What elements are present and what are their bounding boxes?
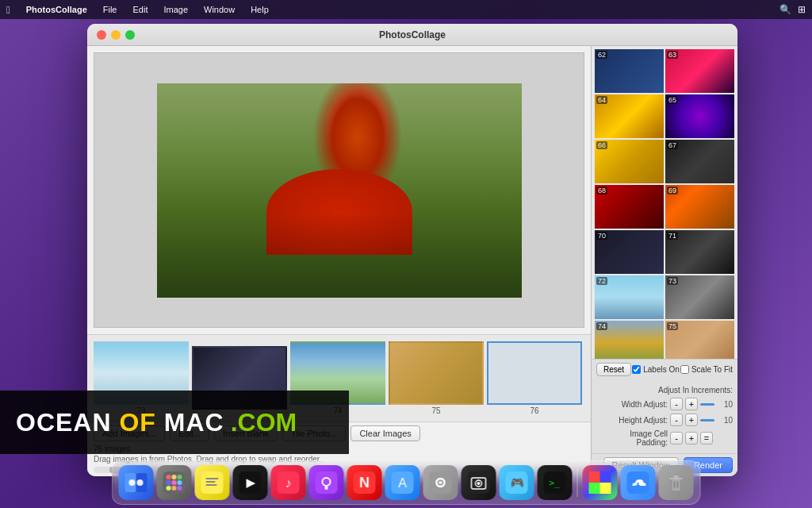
search-menubar-icon[interactable]: 🔍 [779, 4, 791, 15]
dock-icon-news[interactable]: N [347, 465, 382, 500]
menu-file[interactable]: File [100, 3, 121, 16]
scale-to-fit-input[interactable] [680, 365, 689, 374]
dock-icon-screencap[interactable] [462, 465, 496, 500]
thumb-image-74-dark[interactable] [192, 346, 287, 410]
dock-icon-launchpad[interactable] [157, 465, 192, 500]
labels-on-checkbox[interactable]: Labels On [632, 365, 680, 374]
status-bar: 76 images [87, 443, 591, 455]
maximize-button[interactable] [125, 30, 135, 40]
svg-text:N: N [359, 475, 370, 491]
minimize-button[interactable] [111, 30, 121, 40]
adjust-section: Adjust In Increments: Width Adjust: - + … [592, 383, 737, 453]
sidebar-thumb-num-75: 75 [667, 322, 678, 330]
menu-help[interactable]: Help [247, 3, 272, 16]
scale-to-fit-label: Scale To Fit [691, 365, 733, 374]
padding-minus-button[interactable]: - [670, 432, 683, 444]
padding-plus-button[interactable]: + [685, 432, 698, 444]
sidebar-item[interactable]: 70 [595, 230, 664, 274]
menu-edit[interactable]: Edit [130, 3, 151, 16]
sidebar-item[interactable]: 71 [665, 230, 734, 274]
insert-blank-button[interactable]: Insert Blank [214, 425, 278, 441]
sidebar-item[interactable]: 74 [595, 321, 664, 359]
sidebar-thumb-num-73: 73 [667, 277, 678, 285]
dock-icon-trash[interactable] [659, 465, 694, 500]
thumb-image-73[interactable] [94, 341, 189, 405]
dock-icon-podcasts[interactable] [309, 465, 344, 500]
tile-photo-button[interactable]: Tile Photo... [282, 425, 346, 441]
close-button[interactable] [97, 30, 106, 40]
width-minus-button[interactable]: - [670, 398, 683, 410]
dock-icon-notes[interactable] [195, 465, 230, 500]
height-plus-button[interactable]: + [685, 414, 698, 426]
sidebar-item[interactable]: 68 [595, 185, 664, 229]
dock-icon-icloud[interactable] [621, 465, 656, 500]
thumb-image-74[interactable] [290, 341, 385, 405]
sidebar-item[interactable]: 72 [595, 275, 664, 319]
height-minus-button[interactable]: - [670, 414, 683, 426]
padding-label: Image Cell Padding: [596, 429, 668, 447]
sidebar-item[interactable]: 75 [665, 321, 734, 359]
thumb-image-75[interactable] [389, 341, 484, 405]
sidebar-item[interactable]: 65 [665, 94, 734, 138]
apple-menu[interactable]:  [6, 4, 10, 16]
svg-point-35 [477, 482, 481, 485]
svg-rect-48 [670, 478, 683, 479]
dock-icon-terminal[interactable]: >_ [538, 465, 573, 500]
sidebar-item[interactable]: 64 [595, 94, 664, 138]
list-item[interactable]: 73 [94, 341, 189, 415]
dock-icon-music[interactable]: ♪ [271, 465, 306, 500]
dock-icon-arcade[interactable]: 🎮 [500, 465, 534, 500]
sidebar-thumb-num-65: 65 [667, 96, 678, 104]
list-item[interactable]: 74 [290, 341, 385, 415]
padding-equals-button[interactable]: = [700, 432, 713, 444]
window-title: PhotosCollage [379, 29, 446, 40]
svg-text:>_: >_ [550, 478, 561, 488]
svg-rect-50 [674, 481, 676, 488]
control-center-icon[interactable]: ⊞ [798, 4, 806, 15]
window-body: 73 74 75 76 [87, 46, 737, 476]
sidebar-thumb-num-68: 68 [596, 187, 607, 194]
sidebar-item[interactable]: 66 [595, 140, 664, 183]
sidebar-controls: Reset Labels On Scale To Fit [592, 359, 737, 383]
sidebar-item[interactable]: 69 [665, 185, 734, 229]
height-slider[interactable] [700, 419, 714, 421]
dock-icon-appstore[interactable]: A [385, 465, 420, 500]
sidebar-grid[interactable]: 62 63 64 65 66 67 68 [592, 46, 737, 359]
sidebar-item[interactable]: 73 [665, 275, 734, 319]
sidebar-item[interactable]: 67 [665, 140, 734, 183]
scale-to-fit-checkbox[interactable]: Scale To Fit [680, 365, 733, 374]
clear-images-button[interactable]: Clear Images [350, 425, 419, 441]
list-item[interactable] [192, 346, 287, 411]
sidebar-thumb-num-64: 64 [596, 96, 607, 104]
labels-on-input[interactable] [632, 365, 641, 374]
list-item[interactable]: 76 [487, 341, 582, 415]
svg-point-13 [178, 486, 182, 491]
width-plus-button[interactable]: + [685, 398, 698, 410]
add-images-button[interactable]: Add Images... [94, 425, 165, 441]
svg-text:♪: ♪ [285, 476, 292, 490]
svg-rect-47 [672, 479, 681, 491]
sidebar-item[interactable]: 62 [595, 49, 664, 93]
edit-button[interactable]: Edit... [170, 425, 209, 441]
padding-adjust-row: Image Cell Padding: - + = [596, 429, 733, 447]
dock-icon-finder[interactable] [119, 465, 154, 500]
width-slider[interactable] [700, 403, 714, 406]
svg-rect-40 [589, 471, 600, 483]
image-count: 76 images [94, 444, 130, 453]
sidebar-thumb-num-72: 72 [596, 277, 607, 285]
dock-icon-frenzic[interactable] [583, 465, 618, 500]
svg-point-31 [439, 481, 442, 484]
thumb-image-76[interactable] [487, 341, 582, 405]
svg-rect-42 [589, 483, 600, 494]
height-value: 10 [717, 416, 733, 425]
menu-image[interactable]: Image [160, 3, 191, 16]
reset-button[interactable]: Reset [596, 363, 631, 376]
list-item[interactable]: 75 [389, 341, 484, 415]
menu-app-name[interactable]: PhotosCollage [23, 3, 90, 16]
svg-point-11 [167, 486, 171, 491]
app-window: PhotosCollage 73 [87, 24, 737, 476]
dock-icon-tv[interactable]: ▶ [233, 465, 268, 500]
sidebar-item[interactable]: 63 [665, 49, 734, 93]
dock-icon-settings[interactable] [423, 465, 458, 500]
menu-window[interactable]: Window [201, 3, 238, 16]
